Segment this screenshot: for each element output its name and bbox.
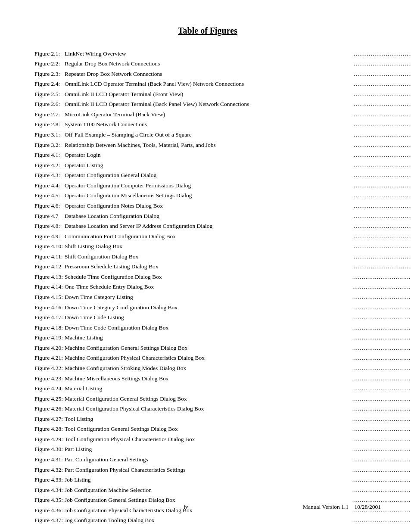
figure-title: Tool Configuration General Settings Dial… — [65, 425, 352, 433]
figure-label: Figure 4.5: — [34, 191, 63, 201]
figure-dots — [352, 364, 411, 373]
list-item: Figure 2.4:OmniLink LCD Operator Termina… — [34, 79, 411, 90]
figure-title: Operator Configuration Miscellaneous Set… — [65, 191, 353, 200]
figure-dots — [352, 455, 411, 464]
figure-dots — [352, 344, 411, 353]
figure-dots — [354, 110, 411, 119]
figure-entry: Machine Miscellaneous Settings Dialog Bo… — [63, 373, 411, 384]
figure-title: MicroLink Operator Terminal (Back View) — [65, 110, 353, 119]
list-item: Figure 2.8:System 1100 Network Connectio… — [34, 120, 411, 130]
figure-dots — [354, 50, 411, 59]
figure-dots — [352, 404, 411, 414]
figure-entry: Jog Configuration Tooling Dialog Box4.34 — [63, 516, 411, 526]
figure-entry: Database Location Configuration Dialog4.… — [63, 211, 411, 221]
footer-version-date: Manual Version 1.1 10/28/2001 — [303, 504, 381, 510]
figure-title: Off-Fall Example – Stamping a Circle Out… — [65, 131, 353, 139]
figure-label: Figure 4.34: — [34, 485, 63, 495]
figure-entry: Part Listing4.27 — [63, 445, 411, 455]
figure-dots — [352, 466, 411, 475]
figure-dots — [352, 486, 411, 495]
footer-page-number: iv — [69, 504, 303, 510]
figure-entry: OmniLink II LCD Operator Terminal (Back … — [63, 100, 411, 110]
figure-dots — [354, 161, 411, 170]
list-item: Figure 4.19:Machine Listing4.16 — [34, 333, 411, 343]
list-item: Figure 4.26:Material Configuration Physi… — [34, 404, 411, 414]
figure-title: Material Configuration Physical Characte… — [65, 404, 352, 413]
figure-dots — [354, 212, 411, 221]
figure-label: Figure 4.19: — [34, 333, 63, 343]
list-item: Figure 4.34:Job Configuration Machine Se… — [34, 485, 411, 495]
figure-label: Figure 4.4: — [34, 180, 63, 191]
figure-label: Figure 4.17: — [34, 313, 63, 323]
figure-entry: Part Configuration General Settings4.27 — [63, 455, 411, 465]
figure-title: Operator Login — [65, 151, 353, 159]
figure-label: Figure 2.4: — [34, 79, 63, 90]
figure-title: Material Configuration General Settings … — [65, 395, 352, 403]
figure-dots — [354, 191, 411, 200]
figure-label: Figure 4.28: — [34, 424, 63, 435]
figure-dots — [354, 131, 411, 140]
list-item: Figure 4.24:Material Listing4.21 — [34, 384, 411, 394]
figure-dots — [352, 516, 411, 525]
figure-entry: Machine Configuration Stroking Modes Dia… — [63, 363, 411, 373]
list-item: Figure 4.31:Part Configuration General S… — [34, 455, 411, 465]
figure-title: Jog Configuration Tooling Dialog Box — [65, 516, 352, 525]
list-item: Figure 4.9:Communication Port Configurat… — [34, 231, 411, 242]
list-item: Figure 2.6:OmniLink II LCD Operator Term… — [34, 100, 411, 110]
figure-dots — [354, 242, 411, 251]
figure-title: Shift Configuration Dialog Box — [65, 252, 353, 261]
list-item: Figure 4.8:Database Location and Server … — [34, 221, 411, 232]
figure-title: Tool Configuration Physical Characterist… — [65, 435, 352, 444]
list-item: Figure 4.27:Tool Listing4.24 — [34, 414, 411, 424]
list-item: Figure 4.33:Job Listing4.30 — [34, 475, 411, 485]
figure-title: Communication Port Configuration Dialog … — [65, 232, 353, 241]
figure-entry: One-Time Schedule Entry Dialog Box4.11 — [63, 282, 411, 292]
figure-label: Figure 2.8: — [34, 120, 63, 130]
figure-label: Figure 4.3: — [34, 171, 63, 181]
figure-title: Down Time Category Configuration Dialog … — [65, 303, 352, 312]
list-item: Figure 4.29:Tool Configuration Physical … — [34, 434, 411, 445]
figure-title: Part Listing — [65, 445, 352, 454]
list-item: Figure 4.6:Operator Configuration Notes … — [34, 201, 411, 211]
figure-title: OmniLink II LCD Operator Terminal (Front… — [65, 90, 353, 99]
figure-title: OmniLink LCD Operator Terminal (Back Pan… — [65, 80, 353, 88]
figure-label: Figure 2.3: — [34, 69, 63, 79]
figure-title: Machine Configuration Physical Character… — [65, 354, 352, 362]
figure-dots — [354, 141, 411, 150]
figure-dots — [354, 100, 411, 109]
figure-dots — [352, 303, 411, 312]
figure-title: One-Time Schedule Entry Dialog Box — [65, 283, 352, 291]
list-item: Figure 4.37:Jog Configuration Tooling Di… — [34, 516, 411, 526]
list-item: Figure 4.28:Tool Configuration General S… — [34, 424, 411, 435]
figure-title: Repeater Drop Box Network Connections — [65, 70, 353, 78]
figure-label: Figure 4.15: — [34, 292, 63, 303]
list-item: Figure 4.30:Part Listing4.27 — [34, 445, 411, 455]
figure-entry: Tool Listing4.24 — [63, 414, 411, 424]
figure-dots — [352, 384, 411, 393]
list-item: Figure 4.14:One-Time Schedule Entry Dial… — [34, 282, 411, 292]
figure-label: Figure 4.2: — [34, 160, 63, 171]
list-item: Figure 4.22:Machine Configuration Stroki… — [34, 363, 411, 373]
figure-entry: Tool Configuration General Settings Dial… — [63, 424, 411, 435]
figure-entry: OmniLink LCD Operator Terminal (Back Pan… — [63, 79, 411, 90]
figure-entry: Material Listing4.21 — [63, 384, 411, 394]
figure-entry: Job Configuration Machine Selection4.31 — [63, 485, 411, 495]
figure-title: Down Time Category Listing — [65, 293, 352, 302]
figure-title: Operator Configuration General Dialog — [65, 171, 353, 180]
figure-title: Regular Drop Box Network Connections — [65, 59, 353, 68]
figure-label: Figure 4.27: — [34, 414, 63, 424]
figure-dots — [352, 273, 411, 282]
figure-label: Figure 4.29: — [34, 434, 63, 445]
figure-title: OmniLink II LCD Operator Terminal (Back … — [65, 100, 353, 109]
figure-label: Figure 4.7 — [34, 211, 63, 221]
list-item: Figure 4.25:Material Configuration Gener… — [34, 394, 411, 404]
list-item: Figure 3.2:Relationship Between Machines… — [34, 140, 411, 150]
figure-entry: Relationship Between Machines, Tools, Ma… — [63, 140, 411, 150]
figure-title: Part Configuration General Settings — [65, 455, 352, 464]
figure-title: Database Location and Server IP Address … — [65, 222, 353, 230]
list-item: Figure 2.2:Regular Drop Box Network Conn… — [34, 59, 411, 69]
figure-dots — [354, 262, 411, 271]
figure-label: Figure 4.8: — [34, 221, 63, 232]
figure-label: Figure 4.6: — [34, 201, 63, 211]
figure-label: Figure 4.9: — [34, 231, 63, 242]
